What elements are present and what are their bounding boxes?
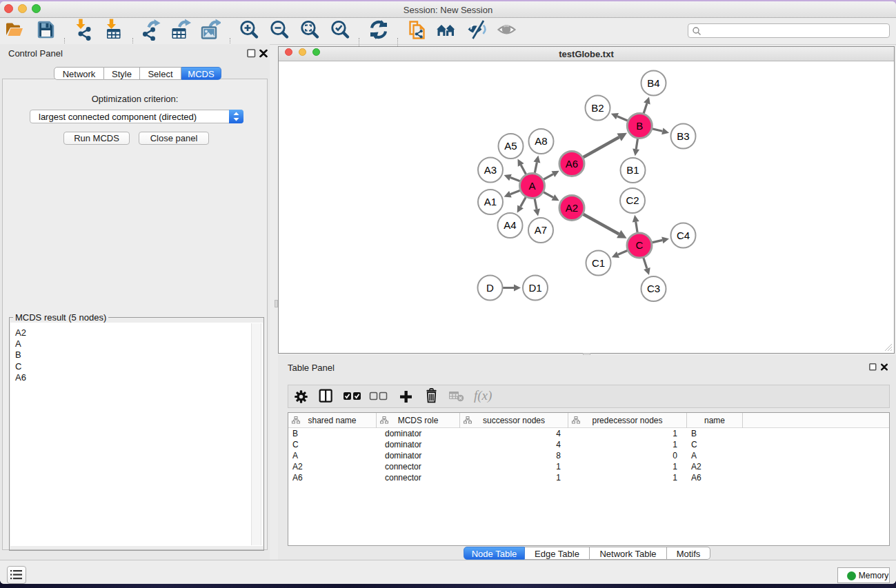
svg-text:B2: B2 (591, 102, 604, 114)
svg-text:A8: A8 (535, 135, 547, 147)
svg-text:A3: A3 (484, 164, 497, 176)
svg-text:C3: C3 (647, 283, 660, 294)
svg-text:D: D (486, 282, 494, 294)
svg-text:C4: C4 (677, 230, 690, 241)
svg-text:A5: A5 (504, 140, 517, 152)
svg-text:C1: C1 (592, 257, 605, 269)
svg-text:A6: A6 (566, 158, 578, 170)
svg-text:B1: B1 (626, 164, 639, 176)
svg-text:C2: C2 (626, 194, 639, 206)
svg-text:B3: B3 (677, 130, 689, 142)
svg-text:C: C (636, 239, 644, 251)
svg-text:A4: A4 (504, 219, 516, 231)
svg-text:A1: A1 (484, 196, 497, 207)
svg-text:D1: D1 (528, 282, 541, 294)
svg-text:A: A (528, 180, 535, 192)
svg-text:B: B (636, 120, 643, 132)
svg-text:A2: A2 (566, 202, 578, 214)
svg-text:A7: A7 (535, 224, 547, 236)
svg-text:B4: B4 (647, 77, 659, 89)
